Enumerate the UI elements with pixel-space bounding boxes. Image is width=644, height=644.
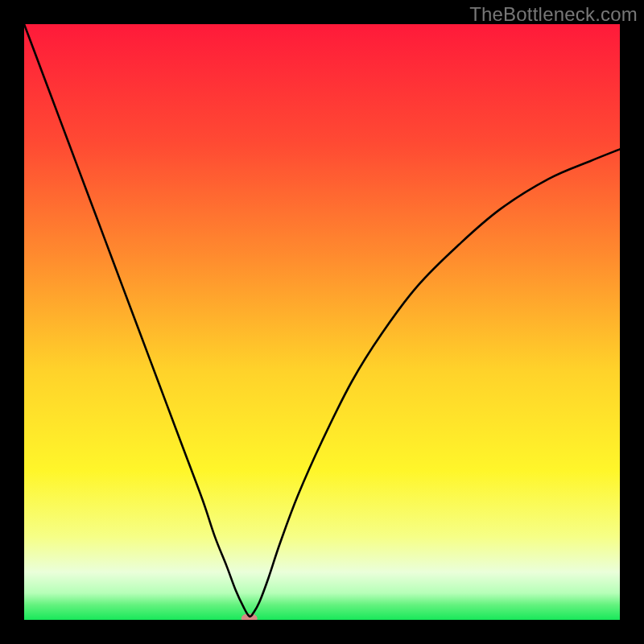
gradient-background bbox=[24, 24, 620, 620]
watermark-label: TheBottleneck.com bbox=[469, 3, 638, 26]
plot-svg bbox=[24, 24, 620, 620]
chart-canvas: TheBottleneck.com bbox=[0, 0, 644, 644]
